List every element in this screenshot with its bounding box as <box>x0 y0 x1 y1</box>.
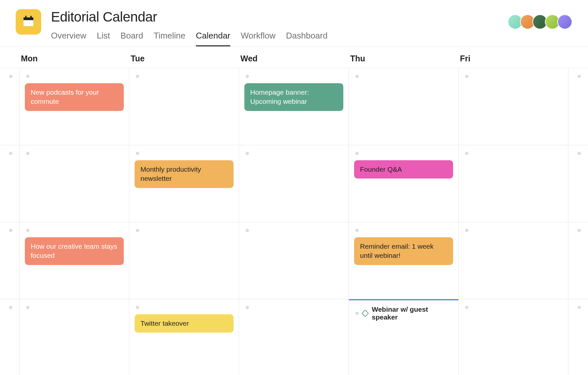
calendar-cell[interactable] <box>0 299 20 375</box>
calendar-cell[interactable] <box>20 299 129 375</box>
calendar-cell[interactable]: Homepage banner: Upcoming webinar <box>239 68 349 145</box>
milestone-icon <box>362 310 369 317</box>
header: Editorial Calendar Overview List Board T… <box>0 0 588 47</box>
calendar-cell[interactable] <box>239 222 349 299</box>
calendar-cell[interactable] <box>129 68 239 145</box>
date-dot <box>136 306 139 309</box>
date-dot <box>136 75 139 78</box>
date-dot <box>578 229 581 232</box>
date-dot <box>465 75 468 78</box>
calendar-cell[interactable]: How our creative team stays focused <box>20 222 129 299</box>
date-dot <box>355 229 359 232</box>
event-card[interactable]: Monthly productivity newsletter <box>135 160 234 188</box>
tab-timeline[interactable]: Timeline <box>154 31 185 46</box>
day-header-tue: Tue <box>129 54 239 63</box>
calendar-cell[interactable]: Monthly productivity newsletter <box>129 145 239 222</box>
calendar-cell[interactable] <box>20 145 129 222</box>
tab-list[interactable]: List <box>97 31 110 46</box>
avatar-stack[interactable] <box>508 14 572 29</box>
event-card[interactable]: Reminder email: 1 week until webinar! <box>354 237 453 265</box>
calendar-cell[interactable] <box>568 222 588 299</box>
avatar[interactable] <box>557 14 572 29</box>
tab-calendar[interactable]: Calendar <box>196 31 231 46</box>
calendar-cell[interactable] <box>568 299 588 375</box>
date-dot <box>9 152 12 155</box>
calendar-cell[interactable] <box>0 68 20 145</box>
date-dot <box>9 306 12 309</box>
tab-overview[interactable]: Overview <box>51 31 86 46</box>
day-header-fri: Fri <box>459 54 568 63</box>
tabs: Overview List Board Timeline Calendar Wo… <box>51 31 328 46</box>
date-dot <box>136 229 139 232</box>
event-label: Webinar w/ guest speaker <box>372 305 455 321</box>
tab-board[interactable]: Board <box>121 31 143 46</box>
event-card[interactable]: Homepage banner: Upcoming webinar <box>244 83 343 111</box>
date-dot <box>578 152 581 155</box>
calendar-cell[interactable]: Founder Q&A <box>349 145 459 222</box>
tab-dashboard[interactable]: Dashboard <box>286 31 327 46</box>
date-dot <box>26 306 29 309</box>
date-dot <box>26 152 29 155</box>
date-dot <box>246 75 249 78</box>
date-dot <box>246 306 249 309</box>
event-card[interactable]: Founder Q&A <box>354 160 453 179</box>
calendar-cell[interactable] <box>459 68 568 145</box>
event-card[interactable]: How our creative team stays focused <box>25 237 124 265</box>
page-title: Editorial Calendar <box>51 9 328 25</box>
date-dot <box>136 152 139 155</box>
calendar-cell[interactable]: New podcasts for your commute <box>20 68 129 145</box>
date-dot <box>355 75 359 78</box>
svg-rect-3 <box>30 16 32 18</box>
event-card[interactable]: New podcasts for your commute <box>25 83 124 111</box>
day-header-thu: Thu <box>349 54 459 63</box>
header-left: Editorial Calendar Overview List Board T… <box>16 9 328 46</box>
calendar-grid: New podcasts for your commute Homepage b… <box>0 68 588 375</box>
date-dot <box>578 306 581 309</box>
svg-rect-2 <box>25 16 26 18</box>
calendar-icon <box>22 15 35 29</box>
date-dot <box>465 306 468 309</box>
calendar-cell[interactable] <box>349 68 459 145</box>
calendar-cell[interactable] <box>239 299 349 375</box>
date-dot <box>246 229 249 232</box>
calendar-cell[interactable]: Reminder email: 1 week until webinar! <box>349 222 459 299</box>
milestone-event[interactable]: Webinar w/ guest speaker <box>355 305 455 321</box>
calendar-cell[interactable] <box>0 222 20 299</box>
date-dot <box>246 152 249 155</box>
title-tabs: Editorial Calendar Overview List Board T… <box>51 9 328 46</box>
calendar-cell[interactable] <box>568 145 588 222</box>
date-dot <box>578 75 581 78</box>
event-card[interactable]: Twitter takeover <box>135 314 234 333</box>
date-dot <box>26 229 29 232</box>
svg-rect-1 <box>24 17 33 20</box>
date-dot <box>9 75 12 78</box>
calendar-cell-today[interactable]: Webinar w/ guest speaker <box>349 299 459 375</box>
day-header-mon: Mon <box>20 54 129 63</box>
calendar-cell[interactable] <box>459 145 568 222</box>
calendar-cell[interactable] <box>459 299 568 375</box>
calendar-cell[interactable]: Twitter takeover <box>129 299 239 375</box>
calendar-cell[interactable] <box>568 68 588 145</box>
day-header-wed: Wed <box>239 54 349 63</box>
date-dot <box>355 312 359 315</box>
tab-workflow[interactable]: Workflow <box>241 31 275 46</box>
day-headers: Mon Tue Wed Thu Fri <box>0 47 588 68</box>
calendar-cell[interactable] <box>0 145 20 222</box>
calendar-cell[interactable] <box>459 222 568 299</box>
calendar-cell[interactable] <box>239 145 349 222</box>
date-dot <box>355 152 359 155</box>
calendar-cell[interactable] <box>129 222 239 299</box>
date-dot <box>465 152 468 155</box>
date-dot <box>465 229 468 232</box>
date-dot <box>26 75 29 78</box>
date-dot <box>9 229 12 232</box>
project-icon[interactable] <box>16 9 41 35</box>
